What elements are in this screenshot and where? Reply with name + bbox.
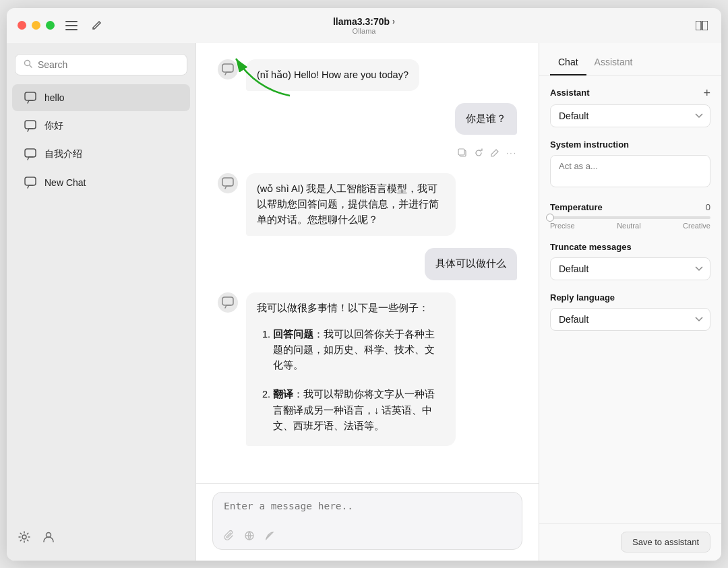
chat-input-toolbar [224, 530, 511, 544]
right-panel-tabs: Chat Assistant [539, 43, 721, 76]
svg-rect-8 [25, 92, 36, 100]
ai-avatar-3 [218, 292, 238, 313]
chat-input[interactable] [224, 501, 511, 522]
leaf-icon[interactable] [264, 530, 275, 544]
temperature-row: Temperature 0 [550, 202, 710, 212]
sidebar-item-hello[interactable]: hello [12, 84, 190, 111]
svg-point-12 [22, 535, 26, 539]
window-subtitle: Ollama [353, 27, 376, 35]
sidebar-bottom [7, 522, 195, 555]
chat-icon-ziwo [23, 147, 38, 162]
svg-rect-17 [222, 178, 233, 186]
svg-rect-10 [25, 149, 36, 157]
label-neutral: Neutral [617, 222, 640, 230]
search-input[interactable] [38, 59, 179, 70]
chevron-icon: › [392, 17, 395, 26]
user-message-1: 你是谁？ [455, 103, 517, 135]
sidebar-item-label-nihao: 你好 [44, 120, 63, 132]
sidebar-item-label-hello: hello [44, 92, 65, 103]
assistant-add-button[interactable]: + [703, 87, 710, 99]
temperature-slider-thumb[interactable] [546, 214, 554, 222]
reply-language-select-wrap: Default [550, 308, 710, 331]
ai-msg-intro: 我可以做很多事情！以下是一些例子： [257, 301, 445, 316]
svg-rect-3 [696, 21, 701, 30]
message-row-2: 你是谁？ [218, 103, 517, 135]
sidebar-toggle-button[interactable] [63, 18, 80, 33]
maximize-button[interactable] [46, 21, 55, 30]
search-icon [24, 59, 32, 70]
more-options-button[interactable]: ··· [506, 148, 517, 160]
ol-item-2: 翻译：我可以帮助你将文字从一种语言翻译成另一种语言，↓ 话英语、中文、西班牙语、… [273, 387, 445, 434]
message-actions: ··· [218, 147, 517, 161]
svg-rect-18 [222, 297, 233, 305]
assistant-select[interactable]: Default [550, 104, 710, 127]
chat-icon-nihao [23, 119, 38, 133]
temperature-section: Temperature 0 Precise Neutral Creative [550, 202, 710, 230]
truncate-select-wrap: Default [550, 257, 710, 280]
svg-rect-9 [25, 121, 36, 129]
temperature-value: 0 [706, 202, 710, 212]
sidebar-item-ziwo[interactable]: 自我介绍 [12, 141, 190, 168]
user-message-2: 具体可以做什么 [425, 248, 517, 280]
right-panel-footer: Save to assistant [539, 523, 721, 561]
temperature-slider-track[interactable] [550, 216, 710, 219]
assistant-section: Assistant + Default [550, 87, 710, 127]
edit-message-button[interactable] [490, 148, 499, 160]
reply-language-section: Reply language Default [550, 292, 710, 331]
truncate-select[interactable]: Default [550, 257, 710, 280]
svg-rect-16 [458, 149, 464, 155]
chat-messages: (nǐ hǎo) Hello! How are you today? 你是谁？ [196, 43, 539, 483]
system-instruction-label: System instruction [550, 139, 710, 150]
svg-rect-1 [65, 25, 78, 26]
right-panel: Chat Assistant Assistant + Default [539, 43, 721, 561]
tab-chat[interactable]: Chat [550, 53, 586, 75]
minimize-button[interactable] [32, 21, 40, 30]
svg-rect-11 [25, 177, 36, 185]
reply-language-select[interactable]: Default [550, 308, 710, 331]
settings-icon[interactable] [18, 530, 31, 547]
message-row-4: 具体可以做什么 [218, 248, 517, 280]
title-bar-icons [693, 18, 710, 33]
assistant-label: Assistant + [550, 87, 710, 99]
title-center: llama3.3:70b › Ollama [333, 16, 395, 35]
svg-rect-0 [65, 21, 78, 22]
new-chat-pencil-button[interactable] [88, 18, 104, 34]
title-bar: llama3.3:70b › Ollama [7, 8, 721, 43]
message-row-1: (nǐ hǎo) Hello! How are you today? [218, 59, 517, 91]
reply-language-label: Reply language [550, 292, 710, 303]
right-panel-content: Assistant + Default System instruction [539, 76, 721, 523]
svg-rect-14 [222, 64, 233, 72]
truncate-section: Truncate messages Default [550, 242, 710, 280]
sidebar-item-new-chat[interactable]: New Chat [12, 169, 190, 196]
ai-message-3: 我可以做很多事情！以下是一些例子： 回答问题：我可以回答你关于各种主题的问题，如… [246, 292, 456, 446]
chat-icon-new [23, 175, 38, 190]
sidebar-item-nihao[interactable]: 你好 [12, 113, 190, 139]
ai-avatar-2 [218, 173, 238, 193]
window-title[interactable]: llama3.3:70b › [333, 16, 395, 27]
assistant-select-wrap: Default [550, 104, 710, 127]
tab-assistant[interactable]: Assistant [586, 53, 641, 75]
refresh-button[interactable] [474, 148, 483, 160]
chat-area: (nǐ hǎo) Hello! How are you today? 你是谁？ [195, 43, 539, 561]
ai-message-1: (nǐ hǎo) Hello! How are you today? [246, 59, 419, 91]
search-box[interactable] [15, 54, 187, 75]
user-icon[interactable] [42, 530, 55, 547]
label-creative: Creative [683, 222, 710, 230]
system-instruction-input[interactable] [550, 155, 710, 187]
attach-icon[interactable] [224, 530, 235, 544]
close-button[interactable] [18, 21, 26, 30]
copy-button[interactable] [458, 148, 467, 160]
message-row-3: (wǒ shì AI) 我是人工智能语言模型，我可以帮助您回答问题，提供信息，并… [218, 173, 517, 236]
temperature-labels: Precise Neutral Creative [550, 222, 710, 230]
chat-icon-hello [23, 90, 38, 105]
ai-avatar-1 [218, 59, 238, 80]
save-to-assistant-button[interactable]: Save to assistant [621, 532, 710, 553]
main-area: hello 你好 自我介绍 New Chat [7, 43, 721, 561]
globe-icon[interactable] [244, 530, 255, 544]
label-precise: Precise [550, 222, 575, 230]
layout-toggle-button[interactable] [693, 18, 710, 33]
svg-point-6 [25, 60, 30, 65]
chat-input-area [196, 483, 539, 561]
chat-input-box[interactable] [212, 492, 522, 550]
sidebar-item-label-ziwo: 自我介绍 [44, 148, 82, 160]
